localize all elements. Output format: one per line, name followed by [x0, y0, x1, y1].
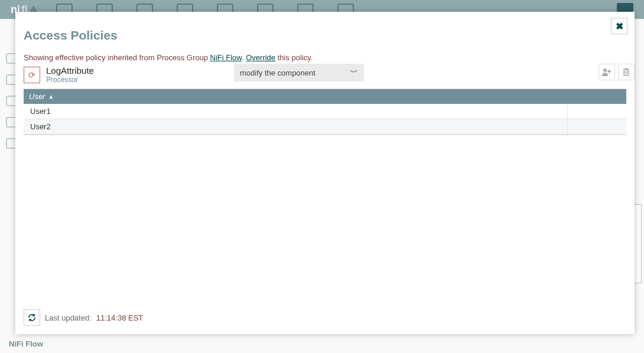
policy-actions: [599, 64, 635, 80]
table-row[interactable]: User1: [24, 104, 626, 119]
parent-group-link[interactable]: NiFi Flow: [210, 53, 242, 62]
policy-type-select[interactable]: modify the component ﹀: [234, 64, 364, 81]
last-updated-time: 11:14:38 EST: [96, 313, 144, 322]
chevron-down-icon: ﹀: [350, 67, 358, 78]
user-cell: User2: [24, 119, 567, 134]
access-policies-dialog: ✖ Access Policies Showing effective poli…: [15, 12, 635, 334]
table-body: User1User2: [24, 104, 626, 135]
add-user-icon: [602, 68, 612, 76]
refresh-button[interactable]: [24, 309, 40, 326]
breadcrumb[interactable]: NiFi Flow: [9, 339, 43, 348]
component-type: Processor: [46, 76, 94, 84]
trash-icon: [623, 68, 630, 76]
table-row[interactable]: User2: [24, 119, 626, 135]
component-text: LogAttribute Processor: [46, 66, 94, 84]
close-button[interactable]: ✖: [611, 18, 627, 34]
dialog-title: Access Policies: [15, 12, 635, 47]
sort-asc-icon: ▲: [48, 93, 54, 100]
component-name: LogAttribute: [46, 66, 94, 76]
column-user: User: [29, 92, 45, 101]
actions-cell: [567, 104, 626, 119]
processor-icon: ⟳: [24, 67, 40, 83]
last-updated-label: Last updated:: [45, 313, 92, 322]
actions-cell: [567, 119, 626, 134]
override-link[interactable]: Override: [246, 53, 275, 62]
msg-prefix: Showing effective policy inherited from …: [24, 53, 210, 62]
policy-inheritance-message: Showing effective policy inherited from …: [15, 47, 635, 65]
component-row: ⟳ LogAttribute Processor modify the comp…: [15, 65, 635, 85]
svg-point-0: [603, 68, 607, 72]
table-header[interactable]: User ▲: [24, 89, 626, 104]
refresh-icon: [27, 313, 37, 322]
policy-type-value: modify the component: [240, 68, 316, 77]
dialog-footer: Last updated: 11:14:38 EST: [15, 309, 635, 334]
msg-suffix: this policy.: [275, 53, 313, 62]
users-table: User ▲ User1User2: [24, 89, 626, 135]
delete-policy-button[interactable]: [618, 64, 635, 80]
user-cell: User1: [24, 104, 567, 119]
add-user-button[interactable]: [599, 64, 615, 80]
